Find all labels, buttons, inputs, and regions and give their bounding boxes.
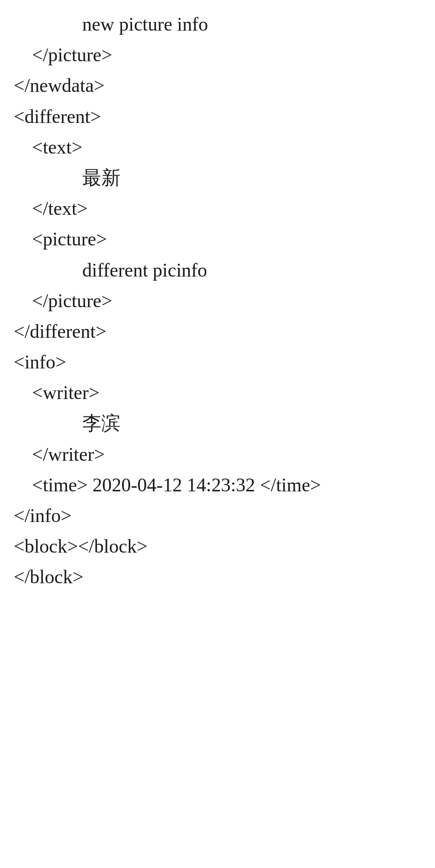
line-time: <time> 2020-04-12 14:23:32 </time> [0, 470, 435, 501]
line-open-writer: <writer> [0, 378, 435, 408]
line-close-info: </info> [0, 501, 435, 531]
line-open-info: <info> [0, 347, 435, 378]
line-close-text: </text> [0, 193, 435, 224]
line-close-different: </different> [0, 316, 435, 347]
line-open-text: <text> [0, 132, 435, 163]
line-close-newdata: </newdata> [0, 70, 435, 101]
line-close-picture-1: </picture> [0, 40, 435, 70]
line-close-picture-2: </picture> [0, 286, 435, 316]
line-new-picture-info: new picture info [0, 9, 435, 40]
line-different-picinfo: different picinfo [0, 255, 435, 286]
xml-content: new picture info </picture> </newdata> <… [0, 9, 435, 593]
line-open-different: <different> [0, 101, 435, 132]
line-block-empty: <block></block> [0, 531, 435, 562]
line-open-picture-2: <picture> [0, 224, 435, 255]
line-zuixin: 最新 [0, 163, 435, 193]
line-libin: 李滨 [0, 408, 435, 439]
line-close-writer: </writer> [0, 439, 435, 470]
line-close-block: </block> [0, 562, 435, 592]
